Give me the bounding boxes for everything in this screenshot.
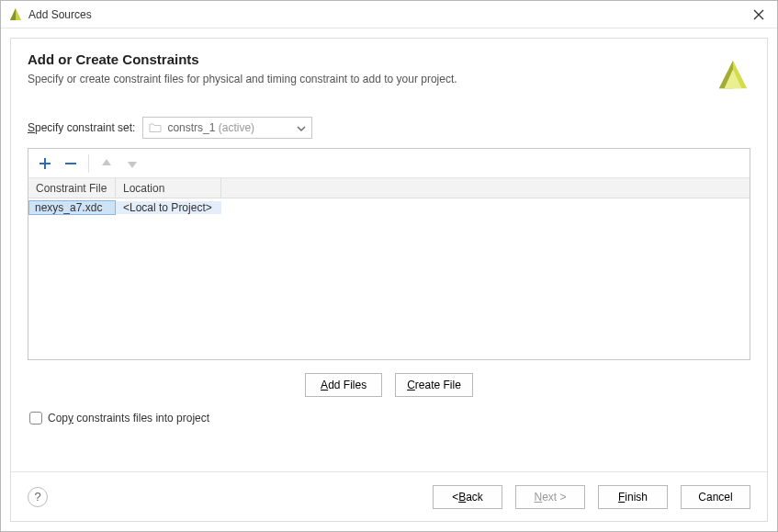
window-title: Add Sources [28, 8, 748, 21]
page-description: Specify or create constraint files for p… [28, 73, 750, 85]
chevron-down-icon [297, 123, 306, 132]
copy-files-checkbox[interactable] [29, 412, 42, 424]
back-button[interactable]: < Back [433, 485, 502, 509]
column-location[interactable]: Location [116, 178, 221, 198]
app-logo-icon [8, 7, 23, 22]
next-button: Next > [515, 485, 585, 509]
file-list-toolbar [28, 149, 750, 178]
mid-button-row: Add Files Create File [28, 373, 750, 397]
create-file-button[interactable]: Create File [395, 373, 473, 397]
cell-location: <Local to Project> [116, 201, 221, 214]
folder-icon [149, 121, 162, 134]
svg-marker-1 [10, 8, 16, 20]
vivado-logo-icon [716, 59, 750, 94]
titlebar: Add Sources [1, 1, 777, 28]
add-file-button[interactable] [34, 153, 56, 175]
move-up-button[interactable] [96, 153, 118, 175]
page-title: Add or Create Constraints [28, 51, 750, 67]
footer-bar: ? < Back Next > Finish Cancel [11, 471, 767, 521]
toolbar-separator [88, 154, 89, 173]
constraint-set-dropdown[interactable]: constrs_1 (active) [142, 117, 312, 139]
copy-files-label: Copy constraints files into project [48, 412, 209, 424]
finish-button[interactable]: Finish [598, 485, 668, 509]
dialog-window: Add Sources Add or Create Constraints Sp… [0, 0, 778, 532]
table-row[interactable]: nexys_a7.xdc <Local to Project> [28, 198, 750, 217]
body-area: Specify constraint set: constrs_1 (activ… [11, 95, 767, 424]
table-body: nexys_a7.xdc <Local to Project> [28, 198, 750, 359]
constraint-set-row: Specify constraint set: constrs_1 (activ… [28, 117, 750, 139]
constraint-set-value: constrs_1 (active) [167, 121, 297, 134]
add-files-button[interactable]: Add Files [305, 373, 382, 397]
close-icon[interactable] [748, 4, 770, 26]
remove-file-button[interactable] [60, 153, 82, 175]
move-down-button[interactable] [121, 153, 143, 175]
help-button[interactable]: ? [28, 487, 48, 507]
constraint-set-label: Specify constraint set: [28, 121, 135, 134]
header-area: Add or Create Constraints Specify or cre… [11, 39, 767, 95]
dialog-content: Add or Create Constraints Specify or cre… [10, 38, 768, 522]
cancel-button[interactable]: Cancel [681, 485, 750, 509]
cell-file: nexys_a7.xdc [28, 200, 116, 215]
column-constraint-file[interactable]: Constraint File [28, 178, 116, 198]
copy-files-row: Copy constraints files into project [29, 412, 750, 424]
table-header: Constraint File Location [28, 178, 750, 198]
file-list-panel: Constraint File Location nexys_a7.xdc <L… [28, 148, 750, 360]
